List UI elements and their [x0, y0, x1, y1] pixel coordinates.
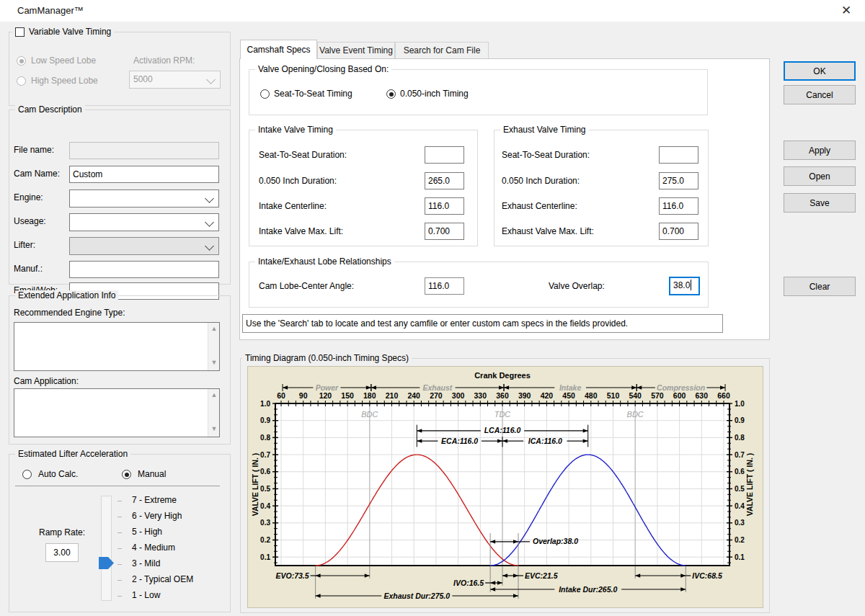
intake-sts-label: Seat-To-Seat Duration:: [259, 150, 347, 160]
intake-duration-label: 0.050 Inch Duration:: [259, 176, 337, 186]
engine-combo[interactable]: [69, 189, 219, 207]
extended-info-group: Extended Application Info Recommended En…: [9, 295, 231, 445]
seat-to-seat-radio[interactable]: [260, 89, 270, 99]
exhaust-sts-input[interactable]: [659, 146, 698, 164]
open-button[interactable]: Open: [784, 166, 856, 186]
scroll-down-icon[interactable]: ▼: [211, 427, 216, 432]
tab-valve-event-timing[interactable]: Valve Event Timing: [317, 42, 395, 59]
vvt-checkbox[interactable]: [15, 27, 25, 37]
ramp-rate-label: Ramp Rate:: [39, 527, 85, 537]
useage-combo[interactable]: [69, 213, 219, 231]
svg-text:480: 480: [585, 391, 598, 400]
lifter-accel-label: Estimated Lifter Acceleration: [15, 449, 130, 459]
manuf-input[interactable]: [69, 261, 219, 278]
svg-text:0.9: 0.9: [735, 416, 745, 424]
manuf-label: Manuf.:: [14, 264, 43, 274]
intake-max-lift-input[interactable]: [425, 223, 464, 240]
cam-description-label: Cam Description: [15, 104, 85, 115]
save-button[interactable]: Save: [784, 193, 856, 213]
intake-centerline-label: Intake Centerline:: [259, 201, 327, 211]
svg-text:420: 420: [541, 391, 554, 400]
svg-text:0.9: 0.9: [260, 416, 270, 424]
chevron-down-icon: [205, 218, 214, 227]
svg-text:0.7: 0.7: [735, 451, 745, 459]
svg-text:120: 120: [319, 391, 332, 400]
exhaust-max-lift-label: Exhaust Valve Max. Lift:: [502, 226, 594, 236]
svg-text:TDC: TDC: [494, 410, 511, 419]
svg-text:270: 270: [430, 391, 443, 400]
svg-text:Exhaust: Exhaust: [423, 383, 453, 392]
exhaust-max-lift-input[interactable]: [659, 223, 698, 240]
scale-tick: [117, 548, 122, 549]
low-speed-lobe-radio[interactable]: [17, 56, 26, 66]
manual-radio[interactable]: [122, 470, 131, 479]
scale-label: 4 - Medium: [132, 543, 175, 553]
svg-text:390: 390: [518, 391, 531, 400]
inch-timing-radio[interactable]: [386, 89, 396, 99]
scroll-down-icon[interactable]: ▼: [211, 360, 216, 365]
valve-basis-group: Valve Opening/Closing Based On: Seat-To-…: [249, 69, 708, 115]
exhaust-sts-label: Seat-To-Seat Duration:: [502, 150, 590, 160]
svg-text:0.8: 0.8: [735, 434, 745, 442]
intake-centerline-input[interactable]: [425, 197, 464, 215]
activation-rpm-combo[interactable]: 5000: [129, 71, 221, 89]
intake-max-lift-label: Intake Valve Max. Lift:: [259, 226, 343, 236]
timing-chart-panel: BDCTDCBDC0.10.10.20.20.30.30.40.40.50.50…: [247, 366, 763, 608]
svg-text:Intake Dur:265.0: Intake Dur:265.0: [559, 585, 617, 594]
tab-search-for-cam-file[interactable]: Search for Cam File: [395, 42, 489, 59]
scale-label: 3 - Mild: [132, 558, 160, 568]
tab-camshaft-specs[interactable]: Camshaft Specs: [240, 40, 317, 59]
svg-text:0.7: 0.7: [260, 451, 270, 459]
intake-duration-input[interactable]: [425, 172, 464, 189]
exhaust-duration-input[interactable]: [659, 172, 698, 189]
scale-label: 7 - Extreme: [132, 495, 177, 505]
engine-label: Engine:: [14, 192, 43, 202]
svg-text:180: 180: [363, 391, 376, 400]
svg-text:0.2: 0.2: [260, 536, 270, 544]
ramp-rate-value: 3.00: [45, 543, 79, 562]
file-name-input[interactable]: [69, 142, 219, 159]
scroll-up-icon[interactable]: ▲: [211, 393, 216, 398]
svg-text:0.2: 0.2: [735, 536, 745, 544]
svg-text:300: 300: [452, 391, 465, 400]
timing-diagram-title: Timing Diagram (0.050-inch Timing Specs): [242, 353, 412, 363]
high-speed-lobe-radio[interactable]: [17, 76, 26, 86]
overlap-input[interactable]: 38.0: [669, 277, 700, 295]
svg-text:0.6: 0.6: [735, 468, 745, 476]
scroll-up-icon[interactable]: ▲: [211, 326, 216, 331]
apply-button[interactable]: Apply: [784, 140, 856, 160]
intake-sts-input[interactable]: [425, 146, 464, 164]
file-name-label: File name:: [14, 145, 54, 155]
ramp-rate-slider[interactable]: [101, 496, 112, 601]
cam-application-textarea[interactable]: ▲▼: [14, 388, 220, 437]
inch-timing-label: 0.050-inch Timing: [400, 89, 469, 99]
scrollbar[interactable]: ▲▼: [208, 323, 219, 370]
exhaust-centerline-label: Exhaust Centerline:: [502, 201, 577, 211]
hint-text: Use the 'Search' tab to locate and test …: [242, 314, 723, 333]
timing-diagram-group: Timing Diagram (0.050-inch Timing Specs)…: [240, 358, 770, 613]
svg-text:330: 330: [474, 391, 487, 400]
exhaust-timing-group: Exhaust Valve Timing Seat-To-Seat Durati…: [494, 130, 709, 246]
clear-button[interactable]: Clear: [784, 277, 856, 296]
intake-timing-label: Intake Valve Timing: [255, 125, 336, 135]
lca-input[interactable]: [425, 277, 464, 295]
vvt-group-label: Variable Valve Timing: [29, 27, 111, 37]
rec-engine-type-textarea[interactable]: ▲▼: [14, 322, 220, 371]
cam-name-input[interactable]: [69, 166, 219, 183]
svg-text:0.3: 0.3: [260, 519, 270, 527]
svg-text:240: 240: [407, 391, 420, 400]
auto-calc-radio[interactable]: [22, 470, 32, 479]
lifter-combo[interactable]: [69, 237, 219, 255]
cancel-button[interactable]: Cancel: [784, 85, 856, 104]
scrollbar[interactable]: ▲▼: [208, 389, 219, 437]
svg-text:0.3: 0.3: [735, 519, 745, 527]
scale-label: 1 - Low: [132, 590, 160, 600]
cam-description-group: Cam Description File name: Cam Name: Eng…: [9, 110, 231, 285]
exhaust-centerline-input[interactable]: [659, 197, 698, 215]
ok-button[interactable]: OK: [784, 61, 856, 81]
overlap-label: Valve Overlap:: [549, 281, 605, 291]
auto-calc-label: Auto Calc.: [38, 469, 78, 479]
close-icon[interactable]: ✕: [838, 2, 855, 19]
scale-label: 6 - Very High: [132, 511, 182, 521]
svg-text:Overlap:38.0: Overlap:38.0: [533, 537, 578, 545]
